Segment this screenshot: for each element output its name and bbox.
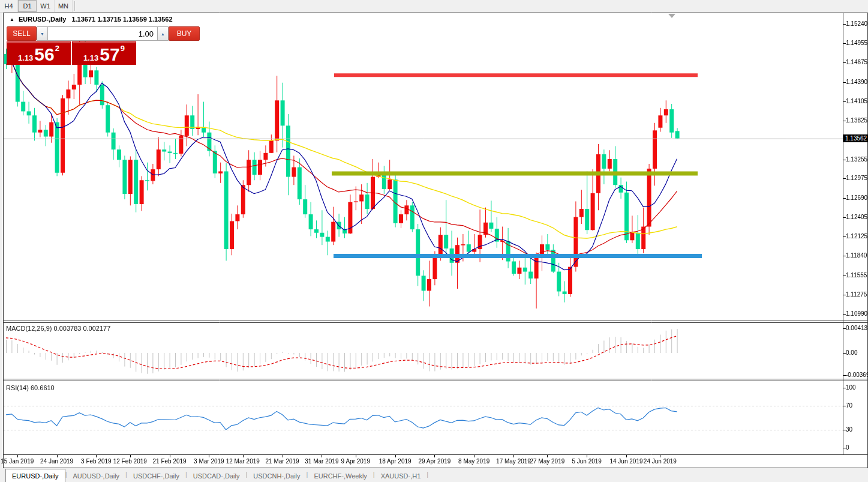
date-axis-label: 24 Jan 2019 bbox=[35, 458, 79, 465]
rsi-axis-label: 0 bbox=[846, 444, 867, 451]
date-axis-label: 18 Apr 2019 bbox=[374, 458, 417, 465]
price-axis-label: 1.14390 bbox=[846, 79, 867, 86]
rsi-axis-label: 30 bbox=[846, 426, 867, 433]
price-axis-label: 1.14955 bbox=[846, 40, 867, 47]
price-axis-label: 1.10990 bbox=[846, 310, 867, 318]
price-axis-label: 1.12975 bbox=[846, 175, 867, 182]
date-axis-label: 12 Mar 2019 bbox=[221, 458, 265, 465]
sell-price-small: 1.13 bbox=[18, 54, 33, 62]
chart-symbol-label: EURUSD-,Daily bbox=[19, 16, 66, 23]
date-axis-label: 12 Feb 2019 bbox=[109, 458, 152, 465]
rsi-axis-label: 70 bbox=[846, 402, 867, 409]
current-price-tag: 1.13562 bbox=[843, 134, 868, 142]
buy-button[interactable]: BUY bbox=[169, 26, 200, 41]
rsi-axis-label: 100 bbox=[846, 384, 867, 391]
macd-axis-label: 0.00 bbox=[846, 349, 867, 357]
chart-tab-usdchf[interactable]: USDCHF-,Daily bbox=[127, 470, 185, 482]
buy-price-big: 57 bbox=[100, 46, 119, 64]
price-axis-label: 1.14105 bbox=[846, 98, 867, 105]
buy-price-box[interactable]: 1.13 57 9 bbox=[72, 41, 136, 65]
sell-price-big: 56 bbox=[34, 46, 54, 64]
chart-tab-audusd[interactable]: AUDUSD-,Daily bbox=[67, 470, 125, 482]
price-axis-label: 1.12690 bbox=[846, 194, 867, 202]
rsi-indicator-label: RSI(14) 60.6610 bbox=[6, 384, 55, 391]
volume-input[interactable] bbox=[48, 26, 157, 41]
period-button-h4[interactable]: H4 bbox=[0, 0, 18, 12]
date-axis-label: 24 Jun 2019 bbox=[638, 458, 681, 465]
price-axis-label: 1.15240 bbox=[846, 20, 867, 28]
date-axis-label: 15 Jan 2019 bbox=[0, 458, 39, 465]
period-button-w1[interactable]: W1 bbox=[37, 0, 55, 12]
chart-tab-eurusd[interactable]: EURUSD-,Daily bbox=[5, 469, 65, 482]
tab-separator: | bbox=[427, 471, 428, 478]
volume-increase-button[interactable]: ▲ bbox=[157, 26, 169, 41]
trading-terminal: H4D1W1MN ▲EURUSD-,Daily1.13671 1.13715 1… bbox=[0, 0, 868, 482]
volume-decrease-button[interactable]: ▼ bbox=[37, 26, 48, 41]
buy-price-small: 1.13 bbox=[83, 54, 98, 62]
chart-tab-usdcnh[interactable]: USDCNH-,Daily bbox=[247, 470, 306, 482]
macd-axis-label: -0.003699 bbox=[846, 372, 867, 379]
macd-signal-value: 0.002177 bbox=[83, 325, 110, 332]
price-axis-label: 1.11840 bbox=[846, 252, 867, 259]
chart-tab-xauusd[interactable]: XAUUSD-,H1 bbox=[375, 470, 427, 482]
price-axis-label: 1.12125 bbox=[846, 233, 867, 240]
price-axis-label: 1.11555 bbox=[846, 272, 867, 279]
chart-header: ▲EURUSD-,Daily1.13671 1.13715 1.13559 1.… bbox=[10, 16, 173, 23]
date-axis-label: 29 Apr 2019 bbox=[413, 458, 456, 465]
price-axis-label: 1.13255 bbox=[846, 156, 867, 163]
period-button-d1[interactable]: D1 bbox=[18, 0, 37, 12]
collapse-panel-icon[interactable]: ▲ bbox=[10, 17, 14, 22]
date-axis-label: 27 May 2019 bbox=[525, 458, 569, 465]
chart-tab-eurchf[interactable]: EURCHF-,Weekly bbox=[308, 470, 373, 482]
macd-indicator-label: MACD(12,26,9) 0.003783 0.002177 bbox=[6, 325, 110, 332]
chart-shift-marker-icon[interactable] bbox=[668, 14, 675, 18]
sell-price-sup: 2 bbox=[55, 44, 59, 52]
toolbar-separator bbox=[74, 1, 75, 11]
date-axis-label: 21 Mar 2019 bbox=[261, 458, 304, 465]
rsi-value: 60.6610 bbox=[31, 384, 55, 391]
one-click-trade-panel: SELL ▼ ▲ BUY 1.13 56 2 1.13 57 9 bbox=[7, 26, 137, 65]
price-axis-label: 1.11275 bbox=[846, 291, 867, 298]
period-button-mn[interactable]: MN bbox=[55, 0, 73, 12]
price-axis-label: 1.14675 bbox=[846, 59, 867, 66]
chart-ohlc-values: 1.13671 1.13715 1.13559 1.13562 bbox=[71, 16, 172, 23]
macd-axis-label: 0.004139 bbox=[846, 325, 867, 332]
date-axis-label: 9 Apr 2019 bbox=[334, 458, 377, 465]
macd-main-value: 0.003783 bbox=[53, 325, 81, 332]
sell-price-box[interactable]: 1.13 56 2 bbox=[7, 41, 71, 65]
buy-price-sup: 9 bbox=[121, 44, 125, 52]
chart-tab-usdcad[interactable]: USDCAD-,Daily bbox=[187, 470, 246, 482]
price-axis-label: 1.13825 bbox=[846, 117, 867, 124]
date-axis-label: 5 Jun 2019 bbox=[565, 458, 608, 465]
date-axis-label: 21 Feb 2019 bbox=[148, 458, 191, 465]
date-axis-label: 8 May 2019 bbox=[452, 458, 495, 465]
chart-tab-bar: EURUSD-,Daily|AUDUSD-,Daily|USDCHF-,Dail… bbox=[0, 468, 868, 482]
sell-button[interactable]: SELL bbox=[7, 26, 37, 41]
period-toolbar: H4D1W1MN bbox=[0, 0, 868, 13]
chart-canvas[interactable] bbox=[0, 0, 868, 482]
price-axis-label: 1.12405 bbox=[846, 214, 867, 221]
